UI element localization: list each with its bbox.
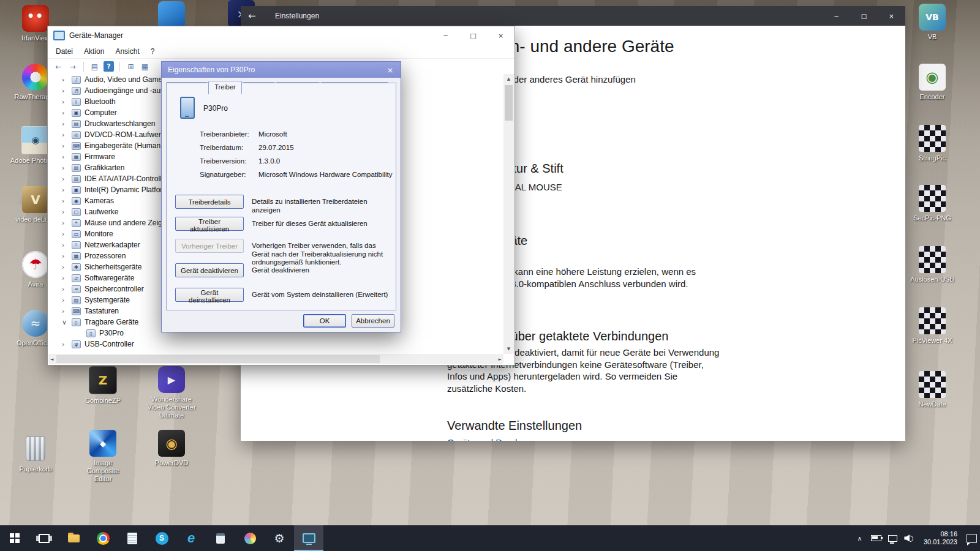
vertical-scroll-thumb[interactable] [505,85,513,121]
desktop-icon[interactable]: Z CombineZP [77,366,129,405]
expand-arrow-icon[interactable]: › [62,142,72,150]
toolbar-button[interactable]: ? [104,61,114,72]
expand-arrow-icon[interactable]: › [62,241,72,249]
horizontal-scrollbar[interactable]: ◄ ► [48,354,503,364]
settings-taskbar-button[interactable]: ⚙ [265,525,294,551]
toolbar-button[interactable]: ← [51,60,66,73]
expand-arrow-icon[interactable]: › [62,98,72,106]
toolbar-button-icon: ▦ [141,62,148,71]
toolbar-button[interactable]: ⊞ [124,60,138,73]
back-arrow-icon[interactable]: ← [248,10,266,21]
toolbar-button[interactable] [116,62,120,72]
expand-arrow-icon[interactable]: › [62,120,72,128]
tree-item-label: Prozessoren [85,252,126,260]
menu-item[interactable]: Aktion [78,47,110,56]
expand-arrow-icon[interactable]: › [62,340,72,348]
settings-maximize-button[interactable]: □ [850,6,878,26]
internet-explorer-button[interactable]: e [176,525,206,551]
expand-arrow-icon[interactable]: › [62,230,72,238]
driver-action-button[interactable]: Vorheriger Treiber [175,239,244,253]
calculator-button[interactable] [206,525,235,551]
desktop-icon[interactable]: ◉ PowerDVD [146,430,197,467]
battery-tray-item[interactable] [868,535,884,541]
network-tray-item[interactable] [884,535,901,542]
expand-arrow-icon[interactable]: › [62,109,72,117]
dialog-tab[interactable]: Treiber [208,81,241,94]
expand-arrow-icon[interactable]: › [62,153,72,161]
desktop-icon[interactable]: ◉ Encoder [907,64,958,101]
horizontal-scroll-thumb[interactable] [56,355,380,363]
desktop-icon[interactable]: ◆ Image Composite Editor [77,430,129,483]
gear-icon: ⚙ [274,531,284,545]
expand-arrow-icon[interactable]: › [62,186,72,194]
menu-item[interactable]: Datei [50,47,78,56]
tree-item[interactable]: › ψ USB-Controller [48,339,503,350]
expand-arrow-icon[interactable]: › [62,219,72,227]
expand-arrow-icon[interactable]: › [62,197,72,205]
desktop-icon[interactable]: NewDate [907,371,958,408]
settings-minimize-button[interactable]: ─ [823,6,850,26]
expand-arrow-icon[interactable]: › [62,208,72,216]
expand-arrow-icon[interactable]: › [62,131,72,139]
device-manager-taskbar-button[interactable] [294,525,323,551]
menu-item[interactable]: Ansicht [110,47,145,56]
expand-arrow-icon[interactable]: › [62,285,72,293]
cancel-button[interactable]: Abbrechen [352,314,394,328]
hidden-icons-chevron[interactable]: ∧ [851,535,868,542]
settings-titlebar[interactable]: ← Einstellungen ─ □ × [241,6,905,26]
settings-close-button[interactable]: × [878,6,905,26]
expand-arrow-icon[interactable]: › [62,296,72,304]
volume-tray-item[interactable] [901,534,918,542]
related-settings-link[interactable]: Geräte und Drucker [447,437,528,441]
chrome-button[interactable] [88,525,118,551]
dm-maximize-button[interactable]: □ [459,26,487,45]
expand-arrow-icon[interactable]: › [62,164,72,172]
start-button[interactable] [0,525,29,551]
toolbar-button[interactable]: ▦ [138,60,152,73]
desktop-icon[interactable]: ▶ Wondershare Video Converter Ultimate [146,366,197,419]
driver-action-button[interactable]: Gerät deinstallieren [175,288,244,302]
system-tray: ∧ 08:16 30.01.2023 [851,525,980,551]
toolbar-button[interactable]: → [66,60,80,73]
device-manager-titlebar[interactable]: Geräte-Manager ─ □ × [48,26,514,45]
dialog-titlebar[interactable]: Eigenschaften von P30Pro × [162,62,401,78]
desktop-icon[interactable]: StringPic [907,125,958,162]
desktop-icon[interactable]: PicViewer 4X [907,307,958,345]
dm-close-button[interactable]: × [487,26,514,45]
expand-arrow-icon[interactable]: › [62,252,72,260]
scroll-left-icon[interactable]: ◄ [48,354,55,364]
dialog-close-icon[interactable]: × [383,64,397,75]
scroll-down-icon[interactable]: ▼ [505,344,512,354]
expand-arrow-icon[interactable]: › [62,87,72,95]
menubar: DateiAktionAnsicht? [48,45,514,59]
driver-action-button[interactable]: Gerät deaktivieren [175,263,244,277]
expand-arrow-icon[interactable]: › [62,307,72,315]
skype-button[interactable]: S [147,525,176,551]
expand-arrow-icon[interactable]: ∨ [62,318,72,326]
expand-arrow-icon[interactable]: › [62,274,72,282]
desktop-icon[interactable]: SecPic-PNG [907,185,958,222]
ok-button[interactable]: OK [303,314,346,328]
dm-minimize-button[interactable]: ─ [432,26,459,45]
vertical-scrollbar[interactable]: ▲ ▼ [503,74,514,354]
taskbar-clock[interactable]: 08:16 30.01.2023 [924,530,957,546]
toolbar-button[interactable]: ▤ [88,60,102,73]
desktop-icon[interactable]: VB VB [907,4,958,41]
toolbar-button[interactable] [80,62,84,72]
action-center-button[interactable] [963,534,980,543]
file-explorer-button[interactable] [59,525,88,551]
clock-date: 30.01.2023 [924,538,957,546]
desktop-icon[interactable]: Auslösen-USB [907,246,958,283]
notepad-button[interactable] [118,525,147,551]
scroll-up-icon[interactable]: ▲ [505,74,512,84]
scroll-right-icon[interactable]: ► [497,354,503,364]
driver-action-button[interactable]: Treiberdetails [175,195,244,209]
task-view-button[interactable] [29,525,59,551]
expand-arrow-icon[interactable]: › [62,76,72,84]
expand-arrow-icon[interactable]: › [62,263,72,271]
expand-arrow-icon[interactable]: › [62,175,72,183]
driver-action-button[interactable]: Treiber aktualisieren [175,217,244,231]
menu-item[interactable]: ? [145,47,160,56]
paint-button[interactable] [235,525,265,551]
desktop-icon[interactable]: Papierkorb [10,435,61,473]
